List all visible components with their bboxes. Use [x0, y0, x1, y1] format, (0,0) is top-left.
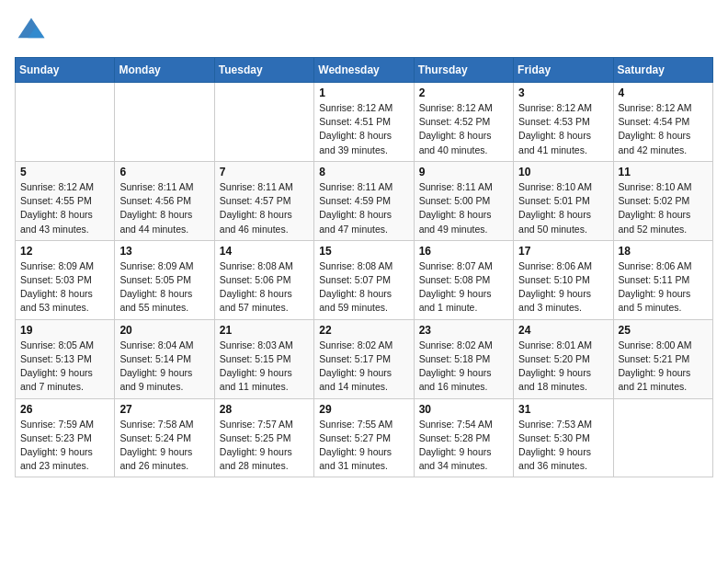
day-info: Sunrise: 8:10 AM Sunset: 5:02 PM Dayligh…: [619, 180, 708, 236]
calendar-cell: 20Sunrise: 8:04 AM Sunset: 5:14 PM Dayli…: [115, 319, 214, 398]
calendar-cell: 15Sunrise: 8:08 AM Sunset: 5:07 PM Dayli…: [314, 240, 414, 319]
day-info: Sunrise: 7:59 AM Sunset: 5:23 PM Dayligh…: [20, 418, 109, 474]
day-number: 20: [119, 324, 209, 337]
calendar-cell: 12Sunrise: 8:09 AM Sunset: 5:03 PM Dayli…: [16, 240, 115, 319]
calendar-cell: 18Sunrise: 8:06 AM Sunset: 5:11 PM Dayli…: [613, 240, 712, 319]
calendar-cell: 26Sunrise: 7:59 AM Sunset: 5:23 PM Dayli…: [16, 398, 115, 477]
weekday-header-sunday: Sunday: [16, 58, 115, 83]
calendar-body: 1Sunrise: 8:12 AM Sunset: 4:51 PM Daylig…: [16, 83, 713, 477]
day-info: Sunrise: 8:11 AM Sunset: 5:00 PM Dayligh…: [419, 180, 508, 236]
calendar-cell: 29Sunrise: 7:55 AM Sunset: 5:27 PM Dayli…: [314, 398, 414, 477]
day-info: Sunrise: 8:06 AM Sunset: 5:10 PM Dayligh…: [518, 259, 608, 316]
day-number: 18: [619, 245, 708, 258]
day-info: Sunrise: 8:04 AM Sunset: 5:14 PM Dayligh…: [119, 339, 209, 395]
day-number: 12: [20, 245, 109, 258]
weekday-header-wednesday: Wednesday: [314, 58, 414, 83]
logo-icon: [15, 15, 48, 48]
calendar-cell: 2Sunrise: 8:12 AM Sunset: 4:52 PM Daylig…: [414, 83, 513, 162]
day-number: 26: [20, 403, 109, 416]
calendar-cell: [16, 83, 115, 162]
day-number: 8: [319, 166, 408, 178]
calendar-cell: 6Sunrise: 8:11 AM Sunset: 4:56 PM Daylig…: [115, 161, 214, 240]
day-info: Sunrise: 8:08 AM Sunset: 5:06 PM Dayligh…: [220, 259, 309, 316]
day-info: Sunrise: 8:02 AM Sunset: 5:18 PM Dayligh…: [419, 339, 508, 395]
calendar-cell: 25Sunrise: 8:00 AM Sunset: 5:21 PM Dayli…: [613, 319, 712, 398]
day-number: 17: [518, 245, 608, 258]
day-number: 4: [619, 86, 708, 99]
day-number: 11: [619, 166, 708, 178]
day-number: 19: [20, 324, 109, 337]
day-info: Sunrise: 8:12 AM Sunset: 4:51 PM Dayligh…: [319, 101, 408, 157]
day-info: Sunrise: 8:03 AM Sunset: 5:15 PM Dayligh…: [220, 339, 309, 395]
day-info: Sunrise: 7:54 AM Sunset: 5:28 PM Dayligh…: [419, 418, 508, 474]
week-row-1: 5Sunrise: 8:12 AM Sunset: 4:55 PM Daylig…: [16, 161, 713, 240]
day-info: Sunrise: 8:05 AM Sunset: 5:13 PM Dayligh…: [20, 339, 109, 395]
calendar-header: SundayMondayTuesdayWednesdayThursdayFrid…: [16, 58, 713, 83]
day-number: 5: [20, 166, 109, 178]
calendar-cell: [214, 83, 313, 162]
day-info: Sunrise: 8:07 AM Sunset: 5:08 PM Dayligh…: [419, 259, 508, 316]
day-number: 15: [319, 245, 408, 258]
day-info: Sunrise: 7:58 AM Sunset: 5:24 PM Dayligh…: [119, 418, 209, 474]
calendar-table: SundayMondayTuesdayWednesdayThursdayFrid…: [15, 57, 713, 477]
day-info: Sunrise: 8:06 AM Sunset: 5:11 PM Dayligh…: [619, 259, 708, 316]
day-info: Sunrise: 8:12 AM Sunset: 4:53 PM Dayligh…: [518, 101, 608, 157]
day-info: Sunrise: 8:00 AM Sunset: 5:21 PM Dayligh…: [619, 339, 708, 395]
day-number: 10: [518, 166, 608, 178]
day-number: 31: [518, 403, 608, 416]
calendar-cell: 13Sunrise: 8:09 AM Sunset: 5:05 PM Dayli…: [115, 240, 214, 319]
day-number: 3: [518, 86, 608, 99]
day-number: 21: [220, 324, 309, 337]
calendar-cell: [613, 398, 712, 477]
calendar-cell: 1Sunrise: 8:12 AM Sunset: 4:51 PM Daylig…: [314, 83, 414, 162]
calendar-cell: 16Sunrise: 8:07 AM Sunset: 5:08 PM Dayli…: [414, 240, 513, 319]
weekday-row: SundayMondayTuesdayWednesdayThursdayFrid…: [16, 58, 713, 83]
calendar-cell: 10Sunrise: 8:10 AM Sunset: 5:01 PM Dayli…: [514, 161, 613, 240]
calendar-cell: 5Sunrise: 8:12 AM Sunset: 4:55 PM Daylig…: [16, 161, 115, 240]
day-info: Sunrise: 8:02 AM Sunset: 5:17 PM Dayligh…: [319, 339, 408, 395]
day-info: Sunrise: 8:11 AM Sunset: 4:57 PM Dayligh…: [220, 180, 309, 236]
day-info: Sunrise: 8:11 AM Sunset: 4:59 PM Dayligh…: [319, 180, 408, 236]
calendar-cell: 24Sunrise: 8:01 AM Sunset: 5:20 PM Dayli…: [514, 319, 613, 398]
day-number: 1: [319, 86, 408, 99]
day-number: 13: [119, 245, 209, 258]
calendar-cell: 31Sunrise: 7:53 AM Sunset: 5:30 PM Dayli…: [514, 398, 613, 477]
day-number: 25: [619, 324, 708, 337]
calendar-cell: 4Sunrise: 8:12 AM Sunset: 4:54 PM Daylig…: [613, 83, 712, 162]
day-number: 6: [119, 166, 209, 178]
day-info: Sunrise: 8:12 AM Sunset: 4:55 PM Dayligh…: [20, 180, 109, 236]
week-row-4: 26Sunrise: 7:59 AM Sunset: 5:23 PM Dayli…: [16, 398, 713, 477]
day-info: Sunrise: 7:55 AM Sunset: 5:27 PM Dayligh…: [319, 418, 408, 474]
calendar-cell: 30Sunrise: 7:54 AM Sunset: 5:28 PM Dayli…: [414, 398, 513, 477]
day-info: Sunrise: 8:09 AM Sunset: 5:05 PM Dayligh…: [119, 259, 209, 316]
calendar-cell: 3Sunrise: 8:12 AM Sunset: 4:53 PM Daylig…: [514, 83, 613, 162]
day-number: 28: [220, 403, 309, 416]
day-number: 29: [319, 403, 408, 416]
weekday-header-tuesday: Tuesday: [214, 58, 313, 83]
day-number: 7: [220, 166, 309, 178]
day-number: 30: [419, 403, 508, 416]
day-number: 16: [419, 245, 508, 258]
week-row-0: 1Sunrise: 8:12 AM Sunset: 4:51 PM Daylig…: [16, 83, 713, 162]
weekday-header-monday: Monday: [115, 58, 214, 83]
day-info: Sunrise: 7:53 AM Sunset: 5:30 PM Dayligh…: [518, 418, 608, 474]
calendar-cell: 28Sunrise: 7:57 AM Sunset: 5:25 PM Dayli…: [214, 398, 313, 477]
calendar-cell: 19Sunrise: 8:05 AM Sunset: 5:13 PM Dayli…: [16, 319, 115, 398]
calendar-cell: 17Sunrise: 8:06 AM Sunset: 5:10 PM Dayli…: [514, 240, 613, 319]
calendar-cell: 9Sunrise: 8:11 AM Sunset: 5:00 PM Daylig…: [414, 161, 513, 240]
day-number: 27: [119, 403, 209, 416]
calendar-cell: 8Sunrise: 8:11 AM Sunset: 4:59 PM Daylig…: [314, 161, 414, 240]
weekday-header-saturday: Saturday: [613, 58, 712, 83]
day-number: 24: [518, 324, 608, 337]
week-row-2: 12Sunrise: 8:09 AM Sunset: 5:03 PM Dayli…: [16, 240, 713, 319]
calendar-cell: 27Sunrise: 7:58 AM Sunset: 5:24 PM Dayli…: [115, 398, 214, 477]
day-number: 23: [419, 324, 508, 337]
day-info: Sunrise: 8:01 AM Sunset: 5:20 PM Dayligh…: [518, 339, 608, 395]
calendar-cell: 14Sunrise: 8:08 AM Sunset: 5:06 PM Dayli…: [214, 240, 313, 319]
page-header: [15, 15, 713, 48]
logo: [15, 15, 51, 48]
week-row-3: 19Sunrise: 8:05 AM Sunset: 5:13 PM Dayli…: [16, 319, 713, 398]
day-info: Sunrise: 8:09 AM Sunset: 5:03 PM Dayligh…: [20, 259, 109, 316]
weekday-header-thursday: Thursday: [414, 58, 513, 83]
day-number: 9: [419, 166, 508, 178]
